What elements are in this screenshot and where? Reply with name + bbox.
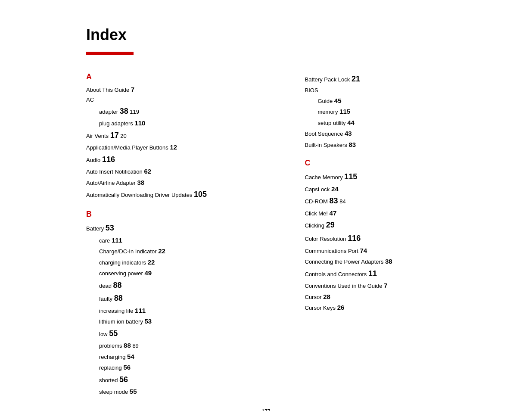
left-column: A About This Guide 7 AC adapter 38 119 p…: [86, 72, 279, 406]
entry-lithium-ion: lithium ion battery 53: [86, 316, 279, 327]
page-num: 56: [123, 364, 131, 371]
entry-communications-port: Communications Port 74: [305, 245, 498, 256]
section-b-block: B Battery 53 care 111 Charge/DC-In Indic…: [86, 210, 279, 397]
entry-faulty: faulty 88: [86, 292, 279, 305]
page-num: 45: [334, 97, 342, 104]
entry-controls-connectors: Controls and Connectors 11: [305, 267, 498, 280]
entry-cd-rom: CD-ROM 83 84: [305, 194, 498, 208]
entry-conserving-power: conserving power 49: [86, 268, 279, 279]
entry-increasing-life: increasing life 111: [86, 305, 279, 316]
entry-clicking: Clicking 29: [305, 218, 498, 232]
page-num: 38: [137, 179, 145, 186]
entry-problems: problems 88 89: [86, 340, 279, 351]
entry-ac: AC: [86, 95, 279, 105]
index-columns: A About This Guide 7 AC adapter 38 119 p…: [86, 72, 498, 406]
entry-cursor-keys: Cursor Keys 26: [305, 302, 498, 313]
page-num-large: 29: [326, 221, 335, 229]
entry-bios: BIOS: [305, 86, 498, 95]
entry-boot-sequence: Boot Sequence 43: [305, 128, 498, 139]
page-num: 53: [145, 318, 152, 325]
entry-shorted: shorted 56: [86, 373, 279, 386]
entry-low: low 55: [86, 327, 279, 340]
page-num: 26: [337, 304, 345, 311]
page-num-large: 88: [113, 281, 122, 290]
entry-connecting-power-adapters: Connecting the Power Adapters 38: [305, 256, 498, 267]
page-num-large: 88: [114, 294, 123, 302]
page-num: 22: [148, 258, 155, 266]
entry-plug-adapters: plug adapters 110: [86, 118, 279, 129]
page-num-large: 116: [348, 234, 361, 243]
entry-battery-pack-lock: Battery Pack Lock 21: [305, 72, 498, 86]
page-num-large: 38: [120, 107, 128, 115]
page-num-large: 17: [110, 131, 119, 140]
page-num: 49: [145, 269, 152, 277]
entry-bios-memory: memory 115: [305, 106, 498, 117]
entry-audio: Audio 116: [86, 153, 279, 166]
entry-about-this-guide: About This Guide 7: [86, 84, 279, 95]
page-num: 54: [127, 353, 134, 360]
section-c-letter: C: [305, 159, 498, 168]
entry-battery-care: care 111: [86, 235, 279, 246]
entry-cursor: Cursor 28: [305, 291, 498, 302]
entry-app-media-player: Application/Media Player Buttons 12: [86, 142, 279, 153]
entry-capslock: CapsLock 24: [305, 184, 498, 195]
page-num-large: 56: [119, 375, 128, 384]
page-num: 12: [170, 143, 177, 151]
page-title: Index: [86, 26, 498, 44]
entry-sleep-mode: sleep mode 55: [86, 386, 279, 397]
entry-auto-downloading: Automatically Downloading Driver Updates…: [86, 188, 279, 201]
page-num: 111: [135, 307, 146, 314]
page-num: 55: [130, 388, 137, 395]
page-num: 22: [158, 247, 165, 255]
entry-cache-memory: Cache Memory 115: [305, 170, 498, 184]
page-num: 74: [360, 247, 367, 254]
page-num-large: 11: [368, 269, 377, 278]
red-bar-decoration: [86, 52, 134, 55]
page: Index A About This Guide 7 AC adapter 38…: [0, 0, 532, 411]
section-b-cont-block: Battery Pack Lock 21 BIOS Guide 45 memor…: [305, 72, 498, 150]
page-num: 88: [124, 342, 131, 349]
entry-built-in-speakers: Built-in Speakers 83: [305, 139, 498, 150]
page-num: 28: [323, 293, 330, 300]
entry-battery: Battery 53: [86, 221, 279, 235]
page-num-large: 21: [352, 75, 360, 83]
entry-charge-dc: Charge/DC-In Indicator 22: [86, 246, 279, 257]
page-num: 110: [134, 119, 145, 127]
entry-auto-airline: Auto/Airline Adapter 38: [86, 177, 279, 188]
page-num-large: 115: [344, 172, 357, 181]
entry-dead: dead 88: [86, 279, 279, 292]
section-b-letter: B: [86, 210, 279, 219]
entry-charging-indicators: charging indicators 22: [86, 257, 279, 268]
section-c-block: C Cache Memory 115 CapsLock 24 CD-ROM 83…: [305, 159, 498, 313]
entry-replacing: replacing 56: [86, 362, 279, 373]
entry-adapter: adapter 38 119: [86, 105, 279, 118]
page-footer: 177: [0, 408, 532, 411]
page-num: 7: [384, 282, 387, 289]
page-num-large: 55: [109, 329, 118, 338]
page-num: 47: [330, 209, 337, 217]
page-num: 115: [339, 108, 350, 115]
page-number: 177: [261, 408, 270, 411]
page-num: 7: [131, 86, 134, 93]
page-num-large: 105: [194, 190, 207, 199]
entry-recharging: recharging 54: [86, 351, 279, 362]
entry-bios-guide: Guide 45: [305, 95, 498, 106]
entry-bios-setup: setup utility 44: [305, 117, 498, 128]
entry-color-resolution: Color Resolution 116: [305, 232, 498, 245]
entry-conventions-used: Conventions Used in the Guide 7: [305, 280, 498, 291]
page-num: 62: [144, 168, 151, 175]
page-num: 24: [331, 185, 339, 193]
page-num: 38: [385, 258, 392, 265]
page-num: 111: [112, 237, 122, 244]
section-a-letter: A: [86, 72, 279, 81]
right-column: Battery Pack Lock 21 BIOS Guide 45 memor…: [305, 72, 498, 406]
page-num: 44: [347, 119, 355, 126]
section-a-block: A About This Guide 7 AC adapter 38 119 p…: [86, 72, 279, 201]
entry-auto-insert: Auto Insert Notification 62: [86, 166, 279, 177]
entry-air-vents: Air Vents 17 20: [86, 129, 279, 142]
page-num-large: 116: [102, 155, 115, 164]
page-num: 43: [345, 130, 352, 137]
page-num-large: 53: [106, 224, 114, 232]
page-num-large: 83: [330, 196, 338, 205]
page-num: 83: [348, 141, 356, 148]
